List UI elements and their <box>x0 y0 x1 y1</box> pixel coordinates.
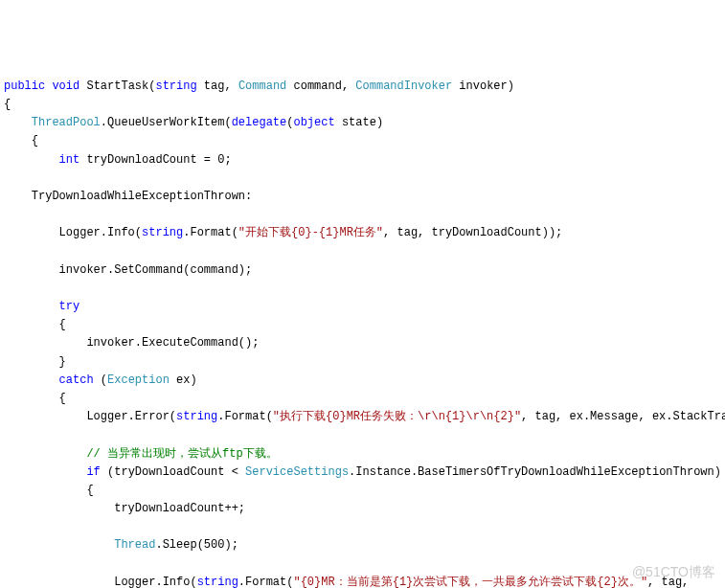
keyword-string: string <box>155 79 196 93</box>
type-settings: ServiceSettings <box>245 465 349 479</box>
code-text: Logger.Error( <box>4 410 176 423</box>
code-text: .Format( <box>217 410 273 423</box>
param: tag, <box>197 79 238 93</box>
keyword-string: string <box>197 576 238 588</box>
code-block: public void StartTask(string tag, Comman… <box>4 78 721 588</box>
string-literal: "开始下载{0}-{1}MR任务" <box>238 226 383 239</box>
code-text: tryDownloadCount++; <box>4 502 245 515</box>
type-command: Command <box>238 79 286 93</box>
code-text: .Sleep(500); <box>155 538 238 552</box>
keyword-delegate: delegate <box>232 116 287 129</box>
code-text: tryDownloadCount = 0; <box>79 153 231 167</box>
param: invoker) <box>452 79 514 93</box>
label: TryDownloadWhileExceptionThrown: <box>4 190 252 203</box>
code-text: Logger.Info( <box>4 576 197 588</box>
code-text: .Format( <box>238 576 294 588</box>
code-text: .Format( <box>183 226 238 239</box>
param: command, <box>286 79 355 93</box>
indent <box>4 465 86 479</box>
brace: { <box>4 484 94 497</box>
code-text: , tag, tryDownloadCount)); <box>383 226 562 239</box>
keyword-catch: catch <box>59 373 94 387</box>
keyword-int: int <box>59 153 80 167</box>
code-text: state) <box>335 116 383 129</box>
brace: { <box>4 98 11 111</box>
indent <box>4 153 59 167</box>
indent <box>4 447 86 461</box>
code-text: invoker.SetCommand(command); <box>4 263 252 277</box>
string-literal: "执行下载{0}MR任务失败：\r\n{1}\r\n{2}" <box>273 410 521 423</box>
brace: { <box>4 318 66 331</box>
code-text: .Instance.BaseTimersOfTryDownloadWhileEx… <box>349 465 721 479</box>
code-text: Logger.Info( <box>4 226 142 239</box>
keyword-void: void <box>52 79 79 93</box>
type-exception: Exception <box>107 373 170 387</box>
indent <box>4 300 59 313</box>
indent <box>4 538 114 552</box>
keyword-string: string <box>142 226 183 239</box>
brace: } <box>4 355 66 369</box>
keyword-string: string <box>176 410 217 423</box>
code-text: invoker.ExecuteCommand(); <box>4 336 259 350</box>
brace: { <box>4 392 66 405</box>
comment: // 当异常出现时，尝试从ftp下载。 <box>86 447 277 461</box>
code-text: .QueueUserWorkItem( <box>101 116 232 129</box>
code-text: , tag, ex.Message, ex.StackTra <box>521 410 725 423</box>
indent <box>4 373 59 387</box>
brace: { <box>4 134 38 147</box>
type-thread: Thread <box>114 538 155 552</box>
code-text: ( <box>94 373 107 387</box>
watermark: @51CTO博客 <box>632 561 715 582</box>
keyword-object: object <box>293 116 334 129</box>
type-invoker: CommandInvoker <box>355 79 452 93</box>
keyword-if: if <box>86 465 100 479</box>
code-text: ex) <box>170 373 197 387</box>
keyword-public: public <box>4 79 45 93</box>
keyword-try: try <box>59 300 80 313</box>
type-threadpool: ThreadPool <box>4 116 101 129</box>
string-literal: "{0}MR：当前是第{1}次尝试下载，一共最多允许尝试下载{2}次。" <box>293 576 647 588</box>
code-text: (tryDownloadCount < <box>101 465 245 479</box>
method-name: StartTask( <box>79 79 155 93</box>
